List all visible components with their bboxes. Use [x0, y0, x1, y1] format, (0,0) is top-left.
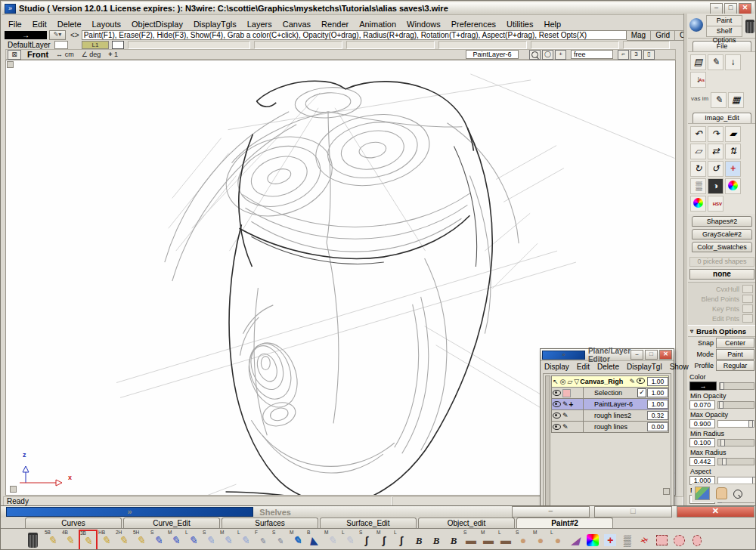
brush-icon[interactable]: S	[515, 530, 532, 549]
layer-new-swatch[interactable]	[112, 41, 124, 49]
layer-paint-icon[interactable]: ✎	[562, 412, 569, 419]
layer-opacity-field[interactable]: 0.32	[647, 411, 668, 420]
brush-icon[interactable]	[445, 530, 463, 549]
zoom-tool-icon[interactable]	[529, 50, 541, 60]
menu-item[interactable]: Layouts	[87, 20, 127, 29]
layer-paint-icon[interactable]: ✎	[562, 400, 569, 408]
color-slider-track[interactable]	[719, 382, 754, 390]
layer-editor-menu-item[interactable]: DisplayTgl	[623, 363, 666, 371]
save-layers-icon[interactable]: ▦	[728, 92, 744, 108]
brush-icon[interactable]: L	[393, 530, 411, 549]
rainbow-wheel-icon[interactable]	[690, 196, 706, 212]
shelf-paint-button[interactable]: Paint	[706, 15, 742, 26]
layer-editor-menu-item[interactable]: Display	[541, 363, 573, 371]
trash-icon[interactable]	[745, 20, 754, 33]
brush-icon[interactable]	[584, 530, 602, 549]
menu-item[interactable]: Layers	[242, 20, 277, 29]
layer-name[interactable]: Selection	[584, 389, 637, 397]
maximize-button[interactable]: □	[594, 506, 672, 518]
layer-slot[interactable]	[531, 41, 619, 49]
layer-opacity-field[interactable]: 1.00	[647, 388, 668, 397]
brush-icon[interactable]	[671, 530, 689, 549]
close-button[interactable]: ✕	[659, 350, 672, 360]
brush-option-value-button[interactable]: Regular	[716, 360, 754, 371]
brush-icon[interactable]	[637, 530, 654, 549]
redo-icon[interactable]: ↷	[708, 126, 723, 142]
tab-image-edit[interactable]: Image_Edit	[692, 113, 751, 123]
brush-option-value-button[interactable]: Paint	[716, 349, 754, 360]
brush-icon[interactable]: L	[237, 530, 254, 549]
toolbar-button[interactable]: Mag	[627, 30, 651, 41]
brush-icon[interactable]: S	[463, 530, 480, 549]
rough lines2[interactable]: ✎ + rough lines2 ✓ 0.32	[551, 410, 669, 422]
collapse-arrow-icon[interactable]: ▿	[690, 328, 693, 335]
shelf-tab[interactable]: Surface_Edit	[320, 518, 417, 528]
trash-icon[interactable]	[28, 533, 38, 548]
paint-layer-field[interactable]: PaintLayer-6	[466, 50, 519, 59]
canvas-grip-topleft[interactable]	[7, 61, 14, 68]
brush-icon[interactable]	[654, 530, 671, 549]
undo-icon[interactable]: ↶	[690, 126, 706, 142]
brush-icon[interactable]: M	[480, 530, 497, 549]
brush-icon[interactable]: ✎	[629, 378, 635, 385]
track-tool-icon[interactable]: +	[555, 50, 566, 60]
brush-icon[interactable]	[602, 530, 619, 549]
collapsed-shelf-tab[interactable]: Color_Swatches	[692, 242, 752, 252]
brush-icon[interactable]	[411, 530, 428, 549]
layer-editor-menu-item[interactable]: Edit	[573, 363, 593, 371]
window-resize-grip[interactable]	[663, 488, 670, 495]
hsv-icon[interactable]: HSV	[708, 196, 723, 212]
save-canvas-as-icon[interactable]: ↓As	[690, 72, 706, 88]
menu-item[interactable]: File	[3, 20, 27, 29]
maximize-button[interactable]: □	[645, 350, 658, 360]
canvas-row[interactable]: ↖ ◎ ▱ ▽ Canvas_Righ ✎ 1.00	[551, 375, 669, 388]
slider-track[interactable]	[717, 401, 754, 409]
brush-icon[interactable]: S	[202, 530, 219, 549]
menu-item[interactable]: Edit	[27, 20, 52, 29]
maximize-button[interactable]: □	[724, 3, 737, 14]
title-bar[interactable]: » Studio ( Version 12.0.1 License expire…	[2, 2, 754, 15]
brush-icon[interactable]: L	[184, 530, 202, 549]
brush-icon[interactable]	[689, 530, 706, 549]
slider-value-field[interactable]: 0.100	[689, 438, 715, 447]
plane-layer-editor-window[interactable]: » Plane/Layer Editor – □ ✕ DisplayEditDe…	[540, 348, 674, 512]
brush-icon[interactable]	[428, 530, 445, 549]
shelf-tab[interactable]: Curve_Edit	[123, 518, 220, 528]
layer-move-icon[interactable]: +	[569, 400, 574, 409]
layer-name[interactable]: rough lines2	[584, 412, 637, 419]
canvas-paint-icon[interactable]	[695, 487, 710, 500]
layer-visibility-icon[interactable]	[553, 424, 561, 430]
menu-item[interactable]: Delete	[52, 20, 87, 29]
import-image-icon[interactable]: ✎	[708, 54, 723, 70]
layer-editor-titlebar[interactable]: » Plane/Layer Editor – □ ✕	[541, 349, 674, 361]
brush-icon[interactable]: 2H	[115, 530, 132, 549]
brush-icon[interactable]: L	[341, 530, 358, 549]
brush-options-header[interactable]: ▿ Brush Options	[688, 325, 755, 337]
layer-color-swatch[interactable]	[562, 389, 571, 397]
layer-opacity-field[interactable]: 1.00	[647, 400, 668, 409]
layer-paint-icon[interactable]: ✎	[562, 423, 569, 431]
brush-icon[interactable]: L	[550, 530, 567, 549]
camera-mode-field[interactable]: free	[571, 50, 613, 59]
menu-item[interactable]: ObjectDisplay	[126, 20, 188, 29]
brush-icon[interactable]: L	[497, 530, 515, 549]
shape-select-button[interactable]: none	[689, 269, 754, 280]
brush-dropdown-button[interactable]: ✎▾	[49, 30, 66, 40]
toolbar-button[interactable]: Grid	[651, 30, 675, 41]
menu-item[interactable]: Animation	[354, 20, 401, 29]
shelf-tab[interactable]: Object_edit	[418, 518, 515, 528]
shelf-tab[interactable]: Surfaces	[222, 518, 318, 528]
brush-icon[interactable]: M	[289, 530, 306, 549]
panel-scrollbar[interactable]	[684, 14, 687, 505]
canvas-opacity-field[interactable]: 1.00	[647, 377, 668, 386]
menu-item[interactable]: Canvas	[277, 20, 316, 29]
shear-canvas-icon[interactable]: ▰	[725, 126, 741, 142]
brush-icon[interactable]: 3B	[79, 530, 98, 550]
minimize-button[interactable]: –	[710, 3, 723, 14]
slider-value-field[interactable]: 0.070	[689, 400, 715, 409]
prompt-hint-field[interactable]: Paint(F1), Erase(F2), Hide(F3), Show(F4)…	[82, 30, 627, 40]
brush-icon[interactable]	[619, 530, 637, 549]
layer-opacity-field[interactable]: 0.00	[647, 422, 668, 431]
palette-globe-icon[interactable]	[689, 18, 703, 32]
slider-value-field[interactable]: 0.442	[689, 457, 715, 466]
